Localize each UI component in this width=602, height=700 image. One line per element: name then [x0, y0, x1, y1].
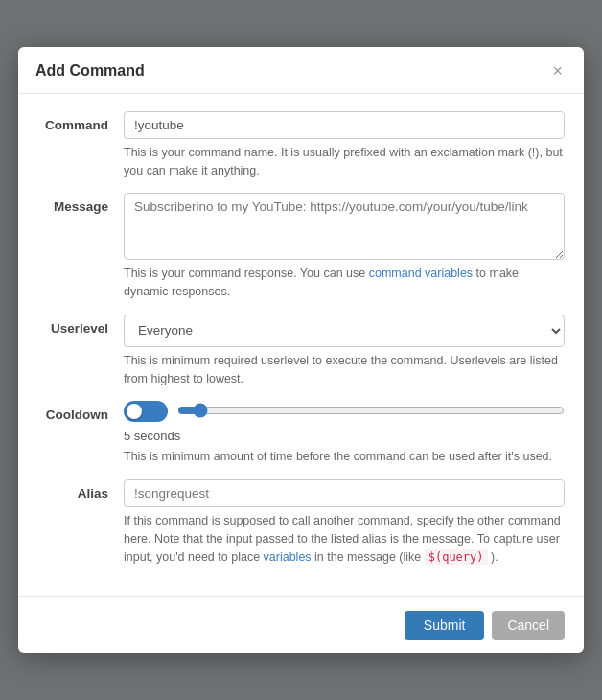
userlevel-hint: This is minimum required userlevel to ex…	[124, 352, 565, 388]
message-hint: This is your command response. You can u…	[124, 265, 565, 301]
alias-input[interactable]	[124, 479, 565, 507]
command-hint: This is your command name. It is usually…	[124, 144, 565, 180]
alias-hint-2: in the message (like	[312, 550, 425, 564]
modal-body: Command This is your command name. It is…	[18, 94, 584, 597]
variables-link[interactable]: variables	[264, 550, 312, 564]
cooldown-label: Cooldown	[37, 401, 124, 422]
message-hint-before: This is your command response. You can u…	[124, 267, 369, 280]
message-textarea[interactable]	[124, 193, 565, 260]
alias-row: Alias If this command is supposed to cal…	[37, 479, 565, 566]
message-row: Message This is your command response. Y…	[37, 193, 565, 301]
userlevel-label: Userlevel	[37, 315, 124, 336]
alias-field: If this command is supposed to call anot…	[124, 479, 565, 566]
command-label: Command	[37, 111, 124, 132]
message-label: Message	[37, 193, 124, 214]
cooldown-row: Cooldown 5 seconds This is minimum amoun…	[37, 401, 565, 466]
alias-label: Alias	[37, 479, 124, 501]
modal-title: Add Command	[35, 62, 145, 80]
alias-hint: If this command is supposed to call anot…	[124, 512, 565, 566]
alias-code: $(query)	[425, 549, 488, 565]
modal-footer: Submit Cancel	[18, 596, 584, 653]
command-field: This is your command name. It is usually…	[124, 111, 565, 180]
cooldown-slider[interactable]	[177, 403, 565, 418]
command-row: Command This is your command name. It is…	[37, 111, 565, 180]
cooldown-time: 5 seconds	[124, 429, 565, 443]
submit-button[interactable]: Submit	[405, 611, 485, 640]
userlevel-select[interactable]: Everyone Subscriber Regular Moderator Br…	[124, 315, 565, 347]
toggle-thumb	[127, 404, 142, 419]
alias-hint-3: ).	[488, 550, 498, 564]
add-command-modal: Add Command × Command This is your comma…	[18, 47, 584, 654]
command-variables-link[interactable]: command variables	[369, 267, 473, 280]
cooldown-slider-wrap	[177, 403, 565, 421]
cooldown-field: 5 seconds This is minimum amount of time…	[124, 401, 565, 466]
modal-header: Add Command ×	[18, 47, 584, 94]
userlevel-row: Userlevel Everyone Subscriber Regular Mo…	[37, 315, 565, 388]
userlevel-field: Everyone Subscriber Regular Moderator Br…	[124, 315, 565, 388]
close-button[interactable]: ×	[548, 60, 567, 82]
message-field: This is your command response. You can u…	[124, 193, 565, 301]
cooldown-hint: This is minimum amount of time before th…	[124, 448, 565, 466]
cooldown-toggle[interactable]	[124, 401, 168, 422]
cooldown-controls	[124, 401, 565, 422]
command-input[interactable]	[124, 111, 565, 139]
cancel-button[interactable]: Cancel	[492, 611, 565, 640]
toggle-track	[124, 401, 168, 422]
